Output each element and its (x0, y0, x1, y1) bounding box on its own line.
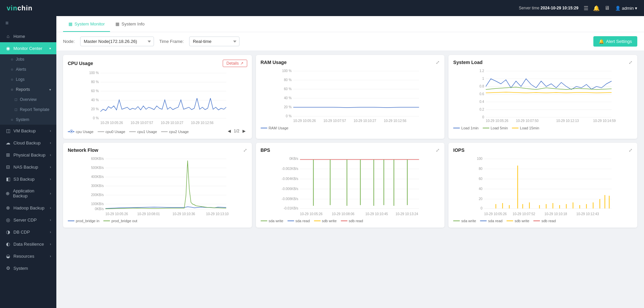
monitor-icon: ◉ (5, 46, 11, 51)
cpu-usage-card: CPU Usage Details ↗ (63, 55, 252, 139)
sidebar-item-data-resilience[interactable]: ◐ Data Resilience › (0, 238, 56, 250)
sidebar-item-hadoop-backup[interactable]: ⊗ Hadoop Backup › (0, 202, 56, 214)
timeframe-select[interactable]: Real-time (189, 37, 239, 46)
sidebar-item-application-backup[interactable]: ⊕ Application Backup › (0, 185, 56, 202)
cpu-legend-row: cpu Usage cpu0 Usage cpu1 Usage cpu (68, 128, 247, 134)
expand-icon[interactable]: ⤢ (629, 147, 633, 153)
svg-text:-0.002KB/s: -0.002KB/s (282, 167, 298, 171)
svg-text:10-29 10:05:26: 10-29 10:05:26 (293, 119, 316, 123)
sidebar-item-vm-backup[interactable]: ◫ VM Backup › (0, 125, 56, 137)
svg-text:40 %: 40 % (284, 96, 291, 100)
node-select[interactable]: Master Node(172.18.26.26) (80, 37, 154, 46)
sidebar-item-label: Monitor Center (13, 46, 42, 51)
tab-system-info[interactable]: ▦ System Info (110, 17, 150, 32)
sidebar-item-home[interactable]: ⌂ Home (0, 30, 56, 42)
ram-usage-card: RAM Usage ⤢ 100 % 80 % 60 % 40 % (256, 55, 445, 139)
nas-icon: ⊟ (5, 164, 11, 170)
legend-iops-sdb-read: sdb read (533, 219, 556, 223)
svg-text:20 %: 20 % (284, 105, 291, 109)
tab-label: System Monitor (74, 21, 105, 26)
svg-text:60: 60 (479, 177, 483, 181)
expand-icon[interactable]: ⤢ (436, 147, 440, 153)
timeframe-label: Time Frame: (159, 39, 184, 44)
prev-page-button[interactable]: ◀ (226, 128, 232, 134)
svg-text:200KB/s: 200KB/s (91, 193, 104, 197)
legend-sdb-read: sdb read (341, 219, 363, 223)
cpu-details-button[interactable]: Details ↗ (223, 60, 247, 67)
physical-icon: ⊞ (5, 152, 11, 158)
svg-text:10-29 10:10:27: 10-29 10:10:27 (161, 121, 183, 125)
legend-iops-sda-read: sda read (480, 219, 502, 223)
legend-cpu-usage: cpu Usage (68, 130, 94, 134)
sidebar-item-label: VM Backup (13, 128, 36, 133)
svg-text:0: 0 (481, 206, 483, 210)
svg-text:10-29 10:08:01: 10-29 10:08:01 (137, 212, 160, 216)
sidebar-item-jobs[interactable]: ○ Jobs (0, 54, 56, 64)
sidebar-item-logs[interactable]: ○ Logs (0, 74, 56, 84)
info-tab-icon: ▦ (115, 21, 119, 26)
svg-text:10-29 10:05:26: 10-29 10:05:26 (100, 121, 123, 125)
svg-text:0.4: 0.4 (480, 100, 484, 104)
network-flow-header: Network Flow ⤢ (68, 147, 247, 153)
chevron-right-icon: › (50, 177, 51, 181)
ram-chart-header: RAM Usage ⤢ (261, 60, 440, 65)
sidebar-item-label: Jobs (16, 57, 24, 62)
svg-text:100 %: 100 % (89, 71, 99, 75)
svg-text:10-29 10:07:50: 10-29 10:07:50 (516, 119, 539, 123)
sidebar-item-system-sub[interactable]: ○ System (0, 115, 56, 125)
svg-text:60 %: 60 % (91, 89, 99, 93)
chevron-right-icon: › (50, 230, 51, 234)
sidebar-item-cloud-backup[interactable]: ☁ Cloud Backup › (0, 137, 56, 149)
sidebar-item-report-template[interactable]: □ Report Template (0, 105, 56, 115)
sidebar-item-reports[interactable]: ○ Reports ▾ (0, 84, 56, 95)
system-load-title: System Load (453, 60, 482, 65)
alert-settings-button[interactable]: 🔔 Alert Settings (593, 36, 637, 47)
topbar-icons: ☰ 🔔 🖥 (584, 5, 610, 11)
sidebar-item-resources[interactable]: ◒ Resources › (0, 250, 56, 262)
sidebar: ≡ ⌂ Home ◉ Monitor Center ▾ ○ Jobs ○ Ale… (0, 16, 56, 308)
svg-text:80: 80 (479, 167, 483, 171)
sidebar-item-s3-backup[interactable]: ◧ S3 Backup › (0, 173, 56, 185)
sidebar-item-label: Cloud Backup (13, 140, 41, 145)
db-cdp-icon: ◑ (5, 229, 11, 235)
sidebar-item-system[interactable]: ⚙ System (0, 262, 56, 274)
svg-text:600KB/s: 600KB/s (91, 157, 104, 161)
sidebar-item-nas-backup[interactable]: ⊟ NAS Backup › (0, 161, 56, 173)
svg-text:300KB/s: 300KB/s (91, 184, 104, 188)
sidebar-item-db-cdp[interactable]: ◑ DB CDP › (0, 226, 56, 238)
svg-text:0 %: 0 % (286, 114, 291, 118)
system-load-header: System Load ⤢ (453, 60, 633, 65)
alerts-icon: ○ (11, 67, 13, 72)
sidebar-item-physical-backup[interactable]: ⊞ Physical Backup › (0, 149, 56, 161)
svg-text:100 %: 100 % (282, 69, 291, 73)
user-menu[interactable]: 👤 admin ▾ (615, 6, 637, 11)
sidebar-item-label: DB CDP (13, 230, 30, 235)
menu-icon[interactable]: ☰ (584, 5, 588, 11)
controls-bar: Node: Master Node(172.18.26.26) Time Fra… (56, 32, 644, 51)
overview-icon: □ (15, 97, 17, 102)
home-icon: ⌂ (5, 34, 11, 39)
sidebar-toggle[interactable]: ≡ (0, 16, 56, 30)
tab-system-monitor[interactable]: ▦ System Monitor (63, 17, 110, 32)
expand-icon[interactable]: ⤢ (629, 60, 633, 65)
app-icon: ⊕ (5, 191, 10, 196)
sidebar-item-server-cdp[interactable]: ◎ Server CDP › (0, 214, 56, 226)
sidebar-item-overview[interactable]: □ Overview (0, 95, 56, 105)
iops-header: IOPS ⤢ (453, 147, 633, 153)
bell-icon[interactable]: 🔔 (593, 5, 600, 11)
jobs-icon: ○ (11, 57, 13, 62)
topbar-right: Server time 2024-10-29 10:15:29 ☰ 🔔 🖥 👤 … (519, 5, 637, 11)
svg-text:40 %: 40 % (91, 98, 99, 102)
bps-card: BPS ⤢ 0KB/s -0.002KB/s -0.004KB/s - (256, 143, 445, 228)
next-page-button[interactable]: ▶ (241, 128, 247, 134)
sidebar-item-alerts[interactable]: ○ Alerts (0, 64, 56, 74)
sidebar-item-monitor-center[interactable]: ◉ Monitor Center ▾ (0, 42, 56, 54)
svg-text:10-29 10:12:13: 10-29 10:12:13 (556, 119, 579, 123)
display-icon[interactable]: 🖥 (604, 5, 610, 11)
svg-text:10-29 10:12:56: 10-29 10:12:56 (191, 121, 214, 125)
expand-icon[interactable]: ⤢ (436, 60, 440, 65)
svg-text:500KB/s: 500KB/s (91, 166, 104, 170)
svg-text:20: 20 (479, 197, 483, 201)
expand-icon[interactable]: ⤢ (243, 147, 247, 153)
legend-load1min: Load 1min (453, 126, 478, 130)
